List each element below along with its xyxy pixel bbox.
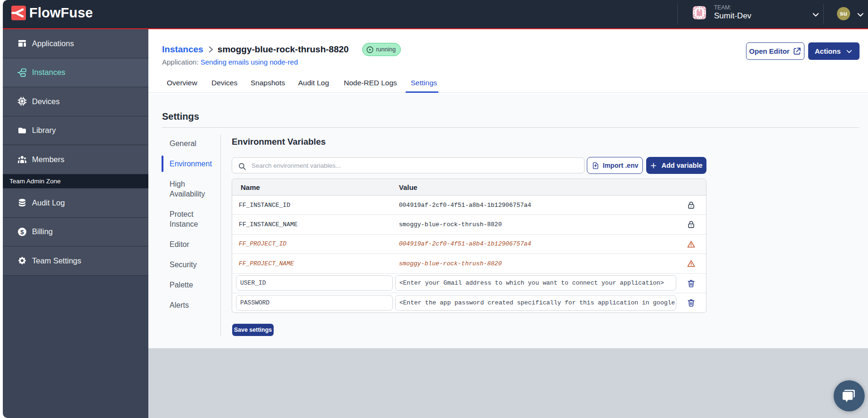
svg-text:$: $ — [20, 228, 24, 235]
